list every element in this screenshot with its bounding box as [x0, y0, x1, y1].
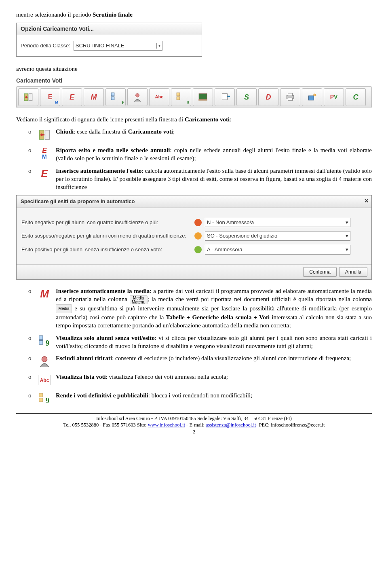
chevron-down-icon: ▾ — [346, 219, 348, 226]
footer-line1: Infoschool srl Area Centro - P. IVA 0391… — [16, 415, 372, 422]
bullet-marker: o — [28, 334, 33, 342]
footer-email-link[interactable]: assistenza@infoschool.it — [206, 422, 256, 428]
intro-bold: Scrutinio finale — [93, 11, 133, 18]
media-label-b: Matem. — [132, 300, 145, 304]
svg-point-4 — [136, 93, 139, 97]
bullet-marker: o — [28, 146, 33, 154]
periodo-select[interactable]: SCRUTINIO FINALE ▾ — [74, 41, 162, 51]
footer-sep2: - E-mail: — [185, 422, 206, 428]
cancel-button[interactable]: Annulla — [339, 267, 367, 277]
toolbar-d-button[interactable]: D — [258, 88, 278, 106]
item-bold2: Tabelle + Generiche della scuola + Voti — [166, 314, 270, 321]
toolbar-export-button[interactable] — [302, 88, 322, 106]
svg-rect-6 — [177, 97, 180, 100]
esiti-dialog: Specificare gli esiti da proporre in aut… — [16, 195, 372, 279]
esito-sospeso-select[interactable]: SO - Sospensione del giudizio▾ — [205, 231, 350, 241]
toolbar-rende-definitivi-button[interactable]: 9 — [171, 88, 191, 106]
svg-rect-7 — [199, 93, 207, 99]
toolbar-section: Caricamento Voti EM E M 9 Abc 9 S D PV C — [16, 77, 372, 108]
chevron-down-icon: ▾ — [156, 43, 160, 49]
toolbar-escludi-ritirati-button[interactable] — [127, 88, 148, 106]
item-label: Escludi alunni ritirati — [56, 355, 112, 361]
svg-text:9: 9 — [46, 338, 49, 347]
periodo-select-value: SCRUTINIO FINALE — [76, 42, 124, 49]
toolbar-riporta-esito-button[interactable]: EM — [40, 88, 60, 106]
after-toolbar-pre: Vediamo il significato di ognuna delle i… — [16, 116, 185, 123]
list-item: o 9 Rende i voti definitivi e pubblicabi… — [28, 391, 372, 406]
select-value: SO - Sospensione del giudizio — [207, 232, 277, 240]
esito-row-label: Esito sospeso/negativo per gli alunni co… — [21, 232, 191, 240]
page-number: 2 — [16, 429, 372, 435]
lista-voti-icon: Abc — [36, 373, 53, 387]
item-label: Chiudi — [56, 128, 74, 135]
esito-negativo-select[interactable]: N - Non Ammesso/a▾ — [205, 218, 350, 227]
escludi-ritirati-icon — [36, 354, 53, 369]
item-text: : esce dalla finestra di — [74, 128, 128, 135]
toolbar-inserisce-esito-button[interactable]: E — [62, 88, 82, 106]
solo-senza-voti-icon: 9 — [36, 334, 53, 348]
esiti-dialog-body: Esito negativo per gli alunni con quattr… — [17, 208, 371, 264]
esiti-dialog-buttons: Conferma Annulla — [17, 264, 371, 279]
close-icon — [36, 127, 53, 142]
footer-pec: infoschoolfirenze@ecert.it — [271, 422, 325, 428]
list-item: o Escludi alunni ritirati: consente di e… — [28, 354, 372, 369]
chevron-down-icon: ▾ — [346, 232, 348, 240]
options-dialog-body: Periodo della Classe: SCRUTINIO FINALE ▾ — [17, 35, 202, 56]
svg-rect-14 — [45, 130, 49, 140]
footer-site-link[interactable]: www.infoschool.it — [148, 422, 185, 428]
toolbar-solo-senza-voti-button[interactable]: 9 — [105, 88, 126, 106]
toolbar-print-button[interactable] — [280, 88, 300, 106]
svg-rect-11 — [288, 98, 293, 101]
inserisce-esito-icon: E — [36, 167, 53, 181]
item-label: Inserisce automaticamente l'esito — [56, 168, 141, 174]
svg-rect-3 — [111, 97, 114, 100]
esiti-dialog-title: Specificare gli esiti da proporre in aut… — [17, 195, 371, 208]
media-matem-column-icon: MediaMatem. — [130, 295, 148, 304]
toolbar-pv-button[interactable]: PV — [324, 88, 344, 106]
after-dialog-text: avremo questa situazione — [16, 65, 372, 73]
bullet-marker: o — [28, 167, 33, 175]
item-label: Visualizza solo alunni senza voti/esito — [56, 335, 155, 341]
svg-point-18 — [42, 357, 47, 362]
svg-rect-8 — [198, 99, 207, 100]
face-neutral-icon — [194, 232, 202, 240]
item-desc: Riporta esito e media nelle schede annua… — [56, 146, 372, 163]
list-item: o EM Riporta esito e media nelle schede … — [28, 146, 372, 163]
item-text: : visualizza l'elenco dei voti ammessi n… — [106, 374, 228, 380]
riporta-esito-icon: EM — [36, 146, 53, 161]
options-dialog-title: Opzioni Caricamento Voti... — [17, 23, 202, 35]
list-item: o E Inserisce automaticamente l'esito: c… — [28, 167, 372, 191]
periodo-label: Periodo della Classe: — [21, 42, 70, 49]
toolbar-print-arrow-button[interactable] — [215, 88, 235, 106]
toolbar: EM E M 9 Abc 9 S D PV C — [16, 86, 372, 108]
item-tail: ; — [173, 128, 175, 135]
list-item: o Chiudi: esce dalla finestra di Caricam… — [28, 127, 372, 142]
select-value: N - Non Ammesso/a — [207, 219, 254, 226]
svg-rect-5 — [177, 93, 180, 96]
item-desc: Visualizza solo alunni senza voti/esito:… — [56, 334, 372, 350]
toolbar-s-button[interactable]: S — [236, 88, 257, 106]
svg-rect-10 — [288, 93, 293, 96]
bullet-marker: o — [28, 127, 33, 136]
svg-rect-16 — [39, 340, 43, 344]
toolbar-board-button[interactable] — [193, 88, 213, 106]
bullet-marker: o — [28, 391, 33, 399]
intro-line: mentre selezionando il periodo Scrutinio… — [16, 11, 372, 19]
esito-row-label: Esito negativo per gli alunni con quattr… — [21, 219, 191, 226]
toolbar-inserisce-media-button[interactable]: M — [84, 88, 104, 106]
list-item: o Abc Visualizza lista voti: visualizza … — [28, 373, 372, 387]
esito-row: Esito negativo per gli alunni con quattr… — [21, 218, 367, 227]
esito-positivo-select[interactable]: A - Ammesso/a▾ — [205, 245, 350, 255]
toolbar-lista-voti-button[interactable]: Abc — [149, 88, 169, 106]
item-label: Rende i voti definitivi e pubblicabili — [56, 392, 148, 399]
item-desc: Escludi alunni ritirati: consente di esc… — [56, 354, 372, 362]
feature-list-2: o M Inserisce automaticamente la media: … — [28, 287, 372, 406]
close-icon[interactable]: ✕ — [364, 197, 369, 205]
confirm-button[interactable]: Conferma — [303, 267, 337, 277]
inserisce-media-icon: M — [36, 287, 53, 301]
toolbar-close-button[interactable] — [18, 88, 38, 106]
list-item: o M Inserisce automaticamente la media: … — [28, 287, 372, 330]
page-footer: Infoschool srl Area Centro - P. IVA 0391… — [16, 413, 372, 435]
face-happy-icon — [194, 246, 202, 253]
toolbar-c-button[interactable]: C — [346, 88, 366, 106]
